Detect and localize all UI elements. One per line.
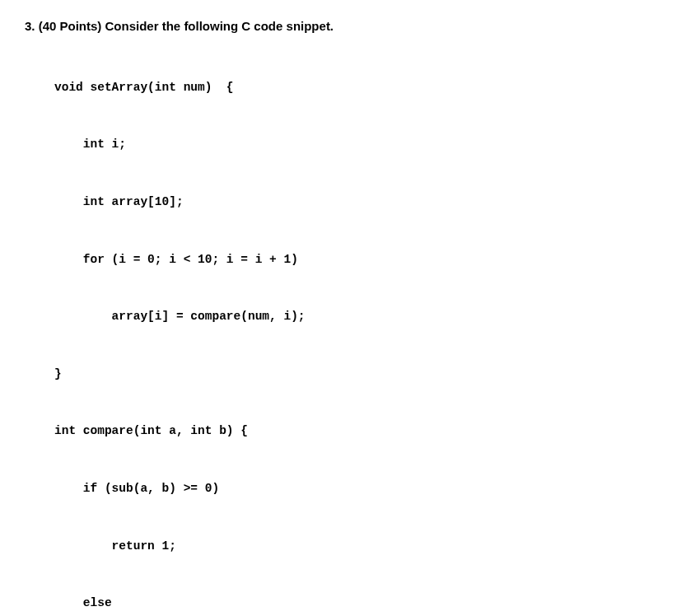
question-text: (40 Points) Consider the following C cod… [39,19,334,33]
question-header: 3. (40 Points) Consider the following C … [25,16,661,36]
question-number: 3. [25,16,35,36]
code-line: array[i] = compare(num, i); [54,302,661,331]
code-line: void setArray(int num) { [54,73,661,102]
code-line: if (sub(a, b) >= 0) [54,474,661,503]
code-line: } [54,360,661,389]
code-line: for (i = 0; i < 10; i = i + 1) [54,245,661,274]
code-snippet: void setArray(int num) { int i; int arra… [54,44,661,616]
code-line: return 1; [54,532,661,561]
code-line: int i; [54,130,661,159]
code-line: int compare(int a, int b) { [54,417,661,446]
code-line: else [54,589,661,616]
code-line: int array[10]; [54,188,661,217]
